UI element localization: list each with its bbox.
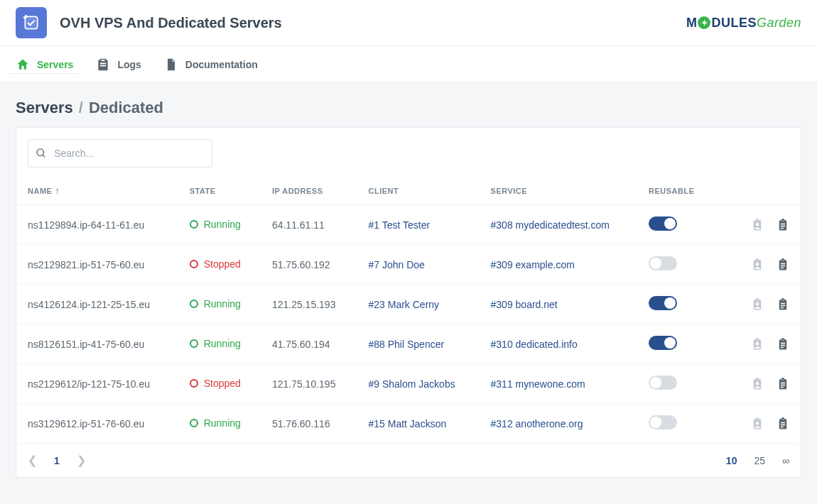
details-icon[interactable] [777,258,789,271]
cell-client: #9 Shalom Jackobs [357,364,480,404]
col-service[interactable]: SERVICE [480,173,637,205]
col-client[interactable]: CLIENT [357,173,480,205]
state-label: Running [204,298,241,309]
cell-client: #7 John Doe [357,245,480,285]
pager-prev[interactable]: ❮ [28,454,37,467]
document-icon [164,57,178,72]
client-link[interactable]: #15 Matt Jackson [369,418,447,429]
cell-service: #309 example.com [480,245,637,285]
table-row: ns3129612.ip-51-76-60.euRunning51.76.60.… [16,404,801,444]
state-dot-icon [190,220,198,229]
cell-state: Stopped [178,364,261,404]
col-state[interactable]: STATE [178,173,261,205]
reusable-toggle[interactable] [649,296,677,310]
details-icon[interactable] [777,338,789,351]
assign-client-icon[interactable] [751,378,764,390]
cell-name: ns2129821.ip-51-75-60.eu [16,245,178,285]
cell-state: Running [178,205,261,245]
cell-client: #15 Matt Jackson [357,404,480,444]
col-name-label: NAME [28,187,52,195]
client-link[interactable]: #88 Phil Spencer [369,339,445,350]
search-icon [36,147,47,160]
cell-ip: 121.25.15.193 [261,285,357,324]
reusable-toggle[interactable] [649,336,677,350]
pagination: ❮ 1 ❯ 10 25 ∞ [16,444,801,477]
client-link[interactable]: #9 Shalom Jackobs [369,378,455,390]
col-state-label: STATE [190,187,216,195]
page-size-25[interactable]: 25 [754,455,765,466]
servers-table: NAME↑ STATE IP ADDRESS CLIENT SERVICE RE… [16,173,801,444]
topbar: OVH VPS And Dedicated Servers M ✦ DULES … [0,0,817,46]
col-name[interactable]: NAME↑ [16,173,178,205]
service-link[interactable]: #309 example.com [491,259,575,270]
service-link[interactable]: #311 mynewone.com [491,378,585,390]
tab-documentation-label: Documentation [185,59,258,70]
cell-reusable [637,245,723,285]
cell-reusable [637,324,723,364]
col-ip[interactable]: IP ADDRESS [261,173,357,205]
breadcrumb-current: Dedicated [89,99,163,117]
cell-name: ns4126124.ip-121-25-15.eu [16,285,178,324]
topbar-left: OVH VPS And Dedicated Servers [16,7,282,38]
cell-name: ns2129612/ip-121-75-10.eu [16,364,178,404]
breadcrumb-root[interactable]: Servers [16,99,73,117]
nav-tabs: Servers Logs Documentation [0,46,817,83]
cell-reusable [637,205,723,245]
page-size-all[interactable]: ∞ [782,455,789,466]
service-link[interactable]: #309 board.net [491,299,558,310]
cell-name: ns1129894.ip-64-11-61.eu [16,205,178,245]
state-label: Stopped [204,258,241,270]
cell-state: Running [178,285,261,324]
cell-actions [723,205,801,245]
details-icon[interactable] [777,417,789,430]
assign-client-icon[interactable] [751,219,764,231]
state-dot-icon [190,260,198,268]
details-icon[interactable] [777,298,789,311]
svg-rect-0 [25,16,37,28]
reusable-toggle[interactable] [649,415,677,429]
table-row: ns8126151.ip-41-75-60.euRunning41.75.60.… [16,324,801,364]
cell-actions [723,285,801,324]
reusable-toggle[interactable] [649,376,677,390]
cell-name: ns3129612.ip-51-76-60.eu [16,404,178,444]
service-link[interactable]: #308 mydedicatedtest.com [491,219,610,231]
reusable-toggle[interactable] [649,217,677,231]
service-link[interactable]: #312 anotherone.org [491,418,583,429]
search-input[interactable] [53,147,205,160]
table-row: ns2129612/ip-121-75-10.euStopped121.75.1… [16,364,801,404]
assign-client-icon[interactable] [751,417,764,430]
sort-asc-icon: ↑ [55,186,60,196]
pager-current-page[interactable]: 1 [54,455,60,466]
page-size-options: 10 25 ∞ [726,455,789,466]
tab-servers[interactable]: Servers [16,46,73,82]
cell-client: #88 Phil Spencer [357,324,480,364]
page-size-10[interactable]: 10 [726,455,737,466]
table-row: ns2129821.ip-51-75-60.euStopped51.75.60.… [16,245,801,285]
col-reusable[interactable]: REUSABLE [637,173,723,205]
brand-logo: M ✦ DULES Garden [686,16,801,31]
assign-client-icon[interactable] [751,338,764,351]
cell-service: #308 mydedicatedtest.com [480,205,637,245]
details-icon[interactable] [777,378,789,390]
client-link[interactable]: #1 Test Tester [369,219,431,231]
cell-actions [723,404,801,444]
tab-documentation[interactable]: Documentation [164,46,258,82]
state-label: Stopped [204,378,241,389]
reusable-toggle[interactable] [649,256,677,270]
pager-next[interactable]: ❯ [77,454,86,467]
tab-logs[interactable]: Logs [96,46,141,82]
cell-actions [723,245,801,285]
cell-service: #312 anotherone.org [480,404,637,444]
assign-client-icon[interactable] [751,258,764,271]
assign-client-icon[interactable] [751,298,764,311]
client-link[interactable]: #23 Mark Cerny [369,299,440,310]
details-icon[interactable] [777,219,789,231]
client-link[interactable]: #7 John Doe [369,259,425,270]
globe-icon: ✦ [698,16,710,29]
service-link[interactable]: #310 dedicated.info [491,339,578,350]
state-dot-icon [190,379,198,388]
cell-actions [723,324,801,364]
col-actions [723,173,801,205]
search-box[interactable] [28,139,212,168]
col-ip-label: IP ADDRESS [272,187,323,195]
